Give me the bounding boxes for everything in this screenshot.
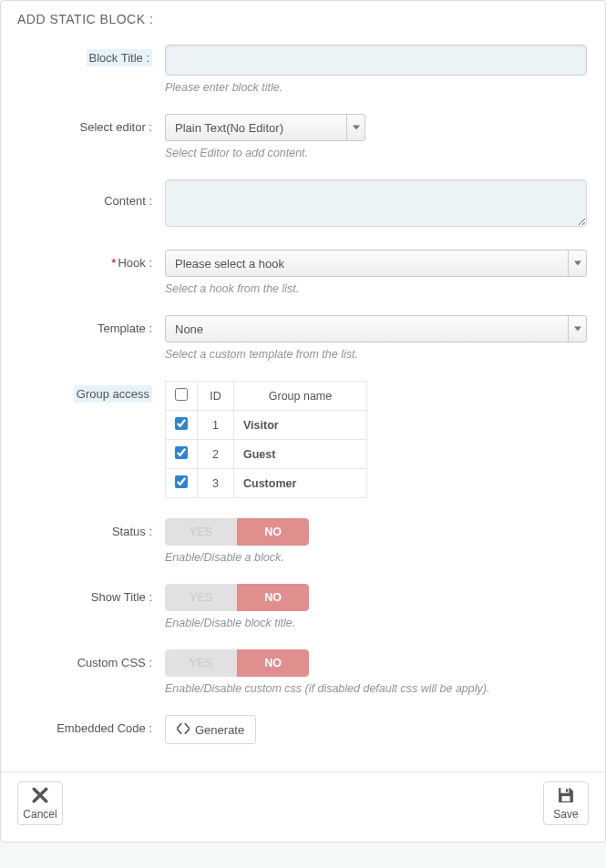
help-hook: Select a hook from the list. <box>165 282 587 295</box>
show-title-yes[interactable]: YES <box>165 584 237 611</box>
custom-css-toggle[interactable]: YES NO <box>165 649 309 677</box>
group-access-table: ID Group name 1 Visitor 2 <box>165 381 367 498</box>
label-content: Content : <box>19 179 165 208</box>
custom-css-yes[interactable]: YES <box>165 649 237 677</box>
label-show-title: Show Title : <box>19 584 165 604</box>
row-select-editor: Select editor : Plain Text(No Editor) Se… <box>19 114 587 159</box>
select-editor-wrap: Plain Text(No Editor) <box>165 114 365 141</box>
row-template: Template : None Select a custom template… <box>19 315 587 361</box>
label-custom-css: Custom CSS : <box>19 649 165 669</box>
group-access-header-name: Group name <box>234 382 367 411</box>
panel-footer: Cancel Save <box>1 771 605 842</box>
help-template: Select a custom template from the list. <box>165 348 587 361</box>
show-title-no[interactable]: NO <box>237 584 309 611</box>
hook-select-wrap: Please select a hook <box>165 250 587 277</box>
show-title-toggle[interactable]: YES NO <box>165 584 309 611</box>
group-checkbox[interactable] <box>175 446 188 459</box>
cancel-button[interactable]: Cancel <box>17 781 63 825</box>
row-show-title: Show Title : YES NO Enable/Disable block… <box>19 584 587 629</box>
table-row: 1 Visitor <box>166 411 367 440</box>
svg-rect-2 <box>566 789 568 791</box>
select-editor[interactable]: Plain Text(No Editor) <box>166 115 365 140</box>
label-template: Template : <box>19 315 165 335</box>
svg-rect-1 <box>562 796 570 802</box>
help-custom-css: Enable/Disable custom css (if disabled d… <box>165 682 587 695</box>
add-static-block-panel: ADD STATIC BLOCK : Block Title : Please … <box>0 0 606 842</box>
help-status: Enable/Disable a block. <box>165 551 587 564</box>
label-hook: *Hook : <box>19 250 165 270</box>
row-custom-css: Custom CSS : YES NO Enable/Disable custo… <box>19 649 587 695</box>
row-hook: *Hook : Please select a hook Select a ho… <box>19 250 587 295</box>
custom-css-no[interactable]: NO <box>237 649 309 677</box>
code-icon <box>177 723 190 737</box>
label-embedded-code: Embedded Code : <box>19 715 165 735</box>
label-status: Status : <box>19 518 165 538</box>
generate-button[interactable]: Generate <box>165 715 256 744</box>
label-block-title: Block Title : <box>19 45 165 65</box>
panel-body: Block Title : Please enter block title. … <box>1 36 605 771</box>
template-select-wrap: None <box>165 315 587 342</box>
row-content: Content : <box>19 179 587 230</box>
template-select[interactable]: None <box>166 316 586 342</box>
block-title-input[interactable] <box>165 45 587 76</box>
save-button[interactable]: Save <box>543 781 589 825</box>
help-block-title: Please enter block title. <box>165 81 587 94</box>
group-access-checkall[interactable] <box>175 388 188 401</box>
table-row: 3 Customer <box>166 469 367 498</box>
required-asterisk: * <box>111 256 116 270</box>
row-block-title: Block Title : Please enter block title. <box>19 45 587 94</box>
content-textarea[interactable] <box>165 179 587 227</box>
save-icon <box>558 787 574 806</box>
table-row: 2 Guest <box>166 440 367 469</box>
hook-select[interactable]: Please select a hook <box>166 250 586 276</box>
group-access-header-checkbox <box>166 382 198 411</box>
label-group-access: Group access <box>19 381 165 401</box>
row-group-access: Group access ID Group name <box>19 381 587 498</box>
row-status: Status : YES NO Enable/Disable a block. <box>19 518 587 564</box>
help-select-editor: Select Editor to add content. <box>165 147 587 159</box>
label-select-editor: Select editor : <box>19 114 165 134</box>
status-yes[interactable]: YES <box>165 518 237 546</box>
status-no[interactable]: NO <box>237 518 309 546</box>
status-toggle[interactable]: YES NO <box>165 518 309 546</box>
group-checkbox[interactable] <box>175 417 188 430</box>
group-checkbox[interactable] <box>175 475 188 488</box>
close-icon <box>32 787 48 806</box>
panel-title: ADD STATIC BLOCK : <box>1 1 605 36</box>
group-access-header-id: ID <box>198 382 234 411</box>
help-show-title: Enable/Disable block title. <box>165 617 587 629</box>
row-embedded-code: Embedded Code : Generate <box>19 715 587 744</box>
